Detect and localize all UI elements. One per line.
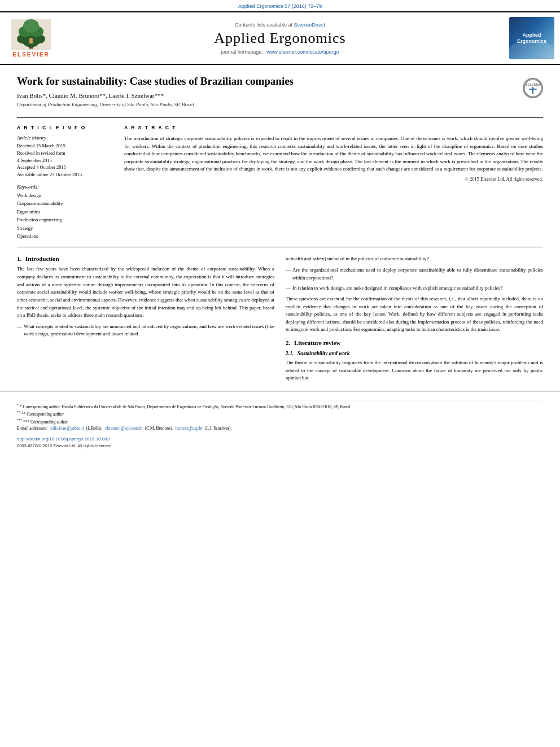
main-content: Work for sustainability: Case studies of… <box>0 65 560 386</box>
journal-center: Contents lists available at ScienceDirec… <box>62 22 498 55</box>
keywords-label: Keywords: <box>17 184 113 190</box>
email-link-1[interactable]: bolis.ivan@yahoo.it <box>50 426 84 431</box>
email1-name: (I. Bolis), <box>86 426 103 431</box>
authors: Ivan Bolis*, Claudio M. Brunoro**, Laert… <box>17 92 514 99</box>
keywords-list: Work design Corporate sustainability Erg… <box>17 191 113 241</box>
journal-header: ELSEVIER Contents lists available at Sci… <box>0 11 560 65</box>
contents-text: Contents lists available at <box>235 22 292 28</box>
homepage-line: journal homepage: www.elsevier.com/locat… <box>62 49 498 55</box>
abstract-header: A B S T R A C T <box>124 125 543 130</box>
crossmark-icon: CrossMark <box>523 78 543 98</box>
received-revised-label: Received in revised form <box>17 150 113 157</box>
footnote-1: * * Corresponding author. Escola Politéc… <box>17 403 543 410</box>
footer: * * Corresponding author. Escola Politéc… <box>0 391 560 453</box>
affiliation: Department of Production Engineering, Un… <box>17 102 514 107</box>
section1-name: Introduction <box>25 255 59 262</box>
article-title-section: Work for sustainability: Case studies of… <box>17 65 543 118</box>
section2-1-number: 2.1. <box>286 351 294 356</box>
elsevier-tree-icon <box>11 19 51 50</box>
svg-rect-9 <box>29 41 33 43</box>
footnote-3: *** *** Corresponding author. <box>17 418 543 426</box>
revised-date: 4 September 2015 <box>17 157 113 164</box>
footer-divider <box>17 400 543 400</box>
citation-bar: Applied Ergonomics 57 (2016) 72–79 <box>0 0 560 11</box>
body-right-col: to health and safety) included in the po… <box>286 255 543 386</box>
abstract-copyright: © 2015 Elsevier Ltd. All rights reserved… <box>124 176 543 182</box>
article-info-col: A R T I C L E I N F O Article history: R… <box>17 125 113 240</box>
email2-name: (C.M. Brunoro), <box>145 426 173 431</box>
history-label: Article history: <box>17 135 113 141</box>
bullet-1: What concepts related to sustainability … <box>17 323 274 338</box>
section2-1-title: 2.1. Sustainability and work <box>286 351 543 356</box>
citation-text: Applied Ergonomics 57 (2016) 72–79 <box>238 3 322 9</box>
science-direct-link[interactable]: ScienceDirect <box>294 22 326 28</box>
article-title: Work for sustainability: Case studies of… <box>17 75 514 88</box>
abstract-text: The introduction of strategic corporate … <box>124 135 543 173</box>
logo-title-line1: Applied <box>523 32 541 38</box>
article-history: Article history: Received 15 March 2015 … <box>17 135 113 178</box>
doi-link[interactable]: http://dx.doi.org/10.1016/j.apergo.2015.… <box>17 436 543 442</box>
article-info-header: A R T I C L E I N F O <box>17 125 113 130</box>
section2-title: 2. Literature review <box>286 339 543 346</box>
email-link-2[interactable]: cbrunoro@uol.com.br <box>105 426 142 431</box>
section1-number: 1. <box>17 255 21 262</box>
accepted-date: Accepted 4 October 2015 <box>17 164 113 171</box>
bullet-3: In relation to work design, are tasks de… <box>286 285 543 292</box>
abstract-col: A B S T R A C T The introduction of stra… <box>124 125 543 240</box>
crossmark-container: CrossMark <box>523 78 543 98</box>
section1-para1: The last few years have been characteriz… <box>17 265 274 319</box>
received-date: Received 15 March 2015 <box>17 142 113 150</box>
keyword-1: Work design <box>17 191 113 199</box>
logo-title-line2: Ergonomics <box>517 38 546 45</box>
email-link-3[interactable]: laertesz@usp.br <box>176 426 203 431</box>
section2-number: 2. <box>286 339 290 346</box>
keyword-4: Production engineering <box>17 216 113 224</box>
footnote-2: ** ** Corresponding author. <box>17 410 543 418</box>
keyword-3: Ergonomics <box>17 208 113 216</box>
available-date: Available online 23 October 2015 <box>17 171 113 178</box>
keyword-2: Corporate sustainability <box>17 199 113 207</box>
article-info-abstract: A R T I C L E I N F O Article history: R… <box>17 118 543 247</box>
homepage-text: journal homepage: <box>221 49 263 55</box>
section2-name: Literature review <box>294 339 340 346</box>
section1-bullet-continued: to health and safety) included in the po… <box>286 255 543 263</box>
section2-1-name: Sustainability and work <box>298 351 350 356</box>
elsevier-logo: ELSEVIER <box>6 19 56 58</box>
elsevier-brand-text: ELSEVIER <box>12 51 49 58</box>
keyword-5: Strategy <box>17 224 113 232</box>
journal-logo: Applied Ergonomics <box>504 17 554 59</box>
author-names: Ivan Bolis*, Claudio M. Brunoro**, Laert… <box>17 92 164 99</box>
section2-1-para: The theme of sustainability originates f… <box>286 359 543 382</box>
svg-point-7 <box>23 19 39 33</box>
keyword-6: Operations <box>17 232 113 240</box>
svg-text:CrossMark: CrossMark <box>524 82 542 86</box>
contents-line: Contents lists available at ScienceDirec… <box>62 22 498 28</box>
section1-title: 1. Introduction <box>17 255 274 262</box>
logo-wave-decoration <box>509 42 554 59</box>
journal-title: Applied Ergonomics <box>62 30 498 47</box>
bullet-2: Are the organizational mechanisms used t… <box>286 267 543 282</box>
email-addresses: E-mail addresses: bolis.ivan@yahoo.it (I… <box>17 425 543 432</box>
homepage-url[interactable]: www.elsevier.com/locate/apergo <box>266 49 339 55</box>
footnotes: * * Corresponding author. Escola Politéc… <box>17 403 543 433</box>
email3-name: (L.I. Sznelwar). <box>205 426 231 431</box>
section1-followup: These questions are essential for the co… <box>286 295 543 334</box>
body-left-col: 1. Introduction The last few years have … <box>17 255 274 386</box>
keywords-block: Keywords: Work design Corporate sustaina… <box>17 184 113 241</box>
body-content: 1. Introduction The last few years have … <box>17 247 543 386</box>
journal-logo-box: Applied Ergonomics <box>509 17 554 59</box>
footer-copyright: 0003-6870/© 2015 Elsevier Ltd. All right… <box>17 443 543 448</box>
crossmark-svg: CrossMark <box>524 78 542 98</box>
